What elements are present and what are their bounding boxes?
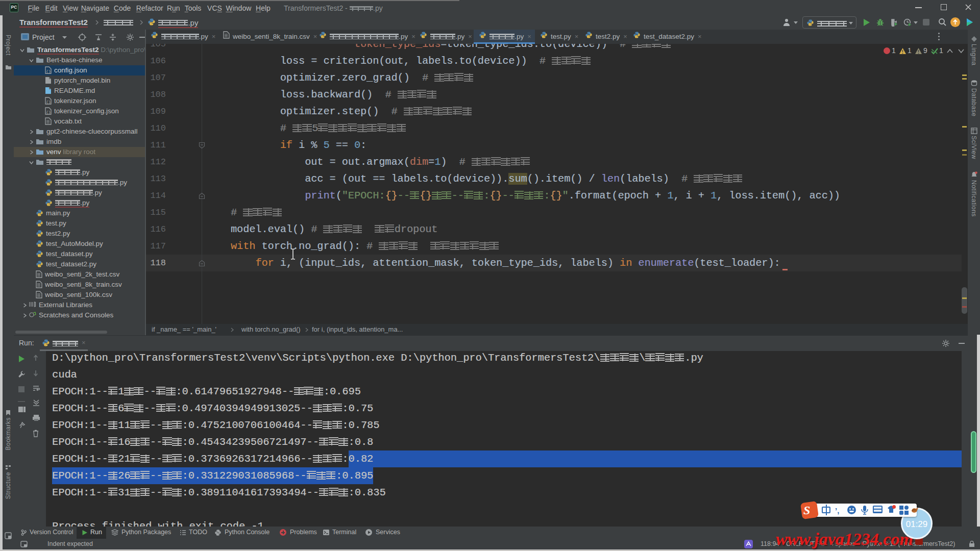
- svg-text:{}: {}: [46, 69, 51, 73]
- svg-text:{}: {}: [46, 110, 51, 114]
- svg-text:{}: {}: [46, 99, 51, 104]
